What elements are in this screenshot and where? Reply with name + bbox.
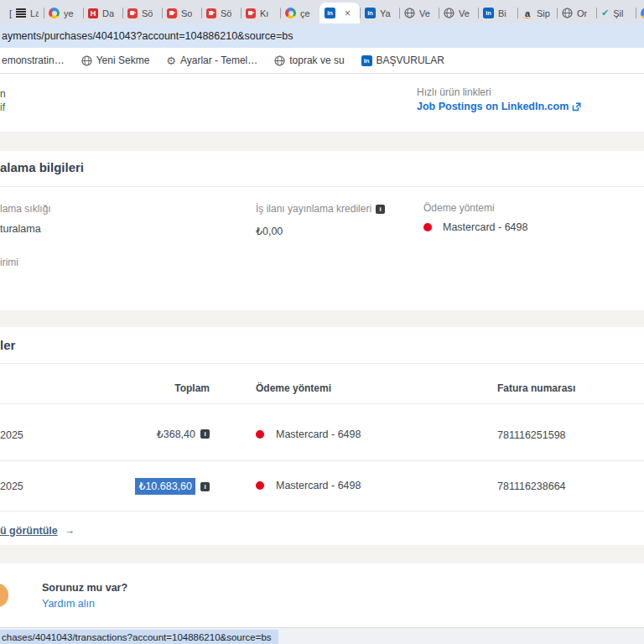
tab-label: Ve (459, 8, 470, 18)
linkedin-icon: in (365, 8, 376, 18)
bookmark-1[interactable]: Yeni Sekme (81, 55, 150, 66)
tab-10[interactable]: Ve (399, 3, 439, 23)
tab-15[interactable]: ✔ Şil (596, 3, 636, 23)
transaction-invoice: 781116238664 (497, 480, 566, 492)
transaction-method: Mastercard - 6498 (256, 428, 361, 440)
transaction-date: 2025 (0, 429, 23, 441)
bookmark-2[interactable]: ⚙ Ayarlar - Temel… (166, 55, 257, 67)
currency-label-fragment: irimi (0, 257, 18, 268)
tab-6[interactable]: Kı (241, 3, 280, 23)
url-text[interactable]: ayments/purchases/4041043?account=104886… (0, 30, 293, 42)
globe-icon (444, 8, 454, 18)
bookmark-3[interactable]: toprak ve su (274, 55, 344, 66)
google-icon (49, 8, 60, 18)
transaction-total: ₺368,40 i (157, 428, 210, 440)
bookmark-label: BAŞVURULAR (377, 55, 444, 66)
info-icon[interactable]: i (376, 205, 385, 214)
tab-14[interactable]: Or (557, 3, 596, 23)
check-icon: ✔ (601, 8, 609, 18)
credits-label: İş ilanı yayınlama kredileri i (256, 203, 385, 215)
payment-method-label: Ödeme yöntemi (423, 202, 495, 214)
globe-icon (562, 8, 573, 18)
quick-links-label: Hızlı ürün linkleri (417, 86, 491, 98)
tab-4[interactable]: So (162, 3, 201, 23)
tab-label: Sip (537, 8, 550, 18)
globe-icon (274, 55, 285, 66)
col-header-total: Toplam (174, 382, 210, 394)
tab-2[interactable]: H Da (83, 3, 122, 23)
bookmark-label: toprak ve su (289, 55, 344, 66)
linkedin-icon: in (483, 8, 494, 18)
billing-heading: alama bilgileri (0, 160, 84, 174)
mastercard-icon (256, 481, 269, 490)
tab-label: çe (300, 8, 310, 18)
tab-strip: [ La ye H Da Sö So Sö Kı çe (0, 0, 644, 23)
linkedin-icon: in (325, 8, 335, 18)
col-header-invoice: Fatura numarası (497, 382, 575, 394)
status-active-fragment: if (0, 101, 5, 113)
tab-9[interactable]: in Ya (360, 3, 399, 23)
tab-3[interactable]: Sö (122, 3, 162, 23)
tab-13[interactable]: a Sip (517, 3, 557, 23)
tab-label: Bi (498, 8, 506, 18)
mastercard-icon (256, 430, 269, 439)
tab-label: Ya (380, 8, 391, 18)
dictionary-app-icon (246, 8, 256, 18)
tab-active-linkedin[interactable]: in × (319, 3, 360, 23)
credits-value: ₺0,00 (256, 225, 283, 237)
divider (0, 186, 644, 187)
tab-label: Sö (142, 8, 153, 18)
tab-1[interactable]: ye (44, 3, 83, 23)
tab-label: Or (577, 8, 587, 18)
colorful-favicon (641, 8, 644, 19)
divider (0, 511, 644, 512)
browser-window: [ La ye H Da Sö So Sö Kı çe (0, 0, 644, 644)
tab-5[interactable]: Sö (201, 3, 241, 23)
method-text: Mastercard - 6498 (276, 480, 361, 491)
info-icon[interactable]: i (200, 429, 210, 439)
arrow-right-icon: → (65, 525, 75, 537)
bookmark-label: Yeni Sekme (96, 55, 150, 66)
info-icon[interactable]: i (200, 482, 210, 491)
red-h-icon: H (88, 8, 98, 18)
tab-0[interactable]: [ La (4, 3, 44, 23)
col-header-method: Ödeme yöntemi (256, 382, 331, 394)
bracket-glyph: [ (9, 8, 12, 18)
external-link-icon (572, 102, 581, 112)
bookmark-4[interactable]: in BAŞVURULAR (361, 55, 444, 66)
job-postings-link[interactable]: Job Postings on LinkedIn.com (417, 101, 581, 112)
billing-frequency-value: turalama (0, 223, 41, 235)
gear-icon: ⚙ (166, 55, 176, 67)
bookmark-label: emonstratin… (2, 55, 65, 66)
bookmark-0[interactable]: emonstratin… (2, 55, 65, 66)
tab-label: Ve (419, 8, 430, 18)
product-card: n if Hızlı ürün linkleri Job Postings on… (0, 74, 644, 132)
divider (0, 363, 644, 364)
divider (0, 403, 644, 404)
tab-label: ye (64, 8, 74, 18)
bookmarks-bar: emonstratin… Yeni Sekme ⚙ Ayarlar - Teme… (0, 48, 644, 74)
status-bar: chases/4041043/transactions?account=1048… (0, 627, 644, 644)
tab-label: Şil (613, 8, 623, 18)
transactions-card: ler Toplam Ödeme yöntemi Fatura numarası… (0, 327, 644, 545)
help-question-text: Sorunuz mu var? (42, 582, 127, 594)
dictionary-app-icon (127, 8, 138, 18)
get-help-link[interactable]: Yardım alın (42, 598, 95, 610)
tab-7[interactable]: çe (280, 3, 319, 23)
tab-close-icon[interactable]: × (345, 8, 351, 19)
tab-12[interactable]: in Bi (478, 3, 517, 23)
dictionary-app-icon (167, 8, 177, 18)
mastercard-icon (423, 223, 437, 231)
job-postings-link-text: Job Postings on LinkedIn.com (417, 101, 569, 112)
total-amount-selected: ₺10.683,60 (135, 478, 195, 495)
transaction-invoice: 781116251598 (497, 429, 566, 441)
help-section: Sorunuz mu var? Yardım alın (0, 564, 644, 627)
tab-16[interactable] (636, 3, 644, 23)
billing-frequency-label: lama sıklığı (0, 203, 51, 215)
tab-11[interactable]: Ve (439, 3, 478, 23)
address-bar[interactable]: ayments/purchases/4041043?account=104886… (0, 23, 644, 48)
view-all-text: ü görüntüle (0, 525, 58, 537)
view-all-link[interactable]: ü görüntüle → (0, 525, 75, 537)
dictionary-app-icon (206, 8, 216, 18)
divider (0, 460, 644, 461)
